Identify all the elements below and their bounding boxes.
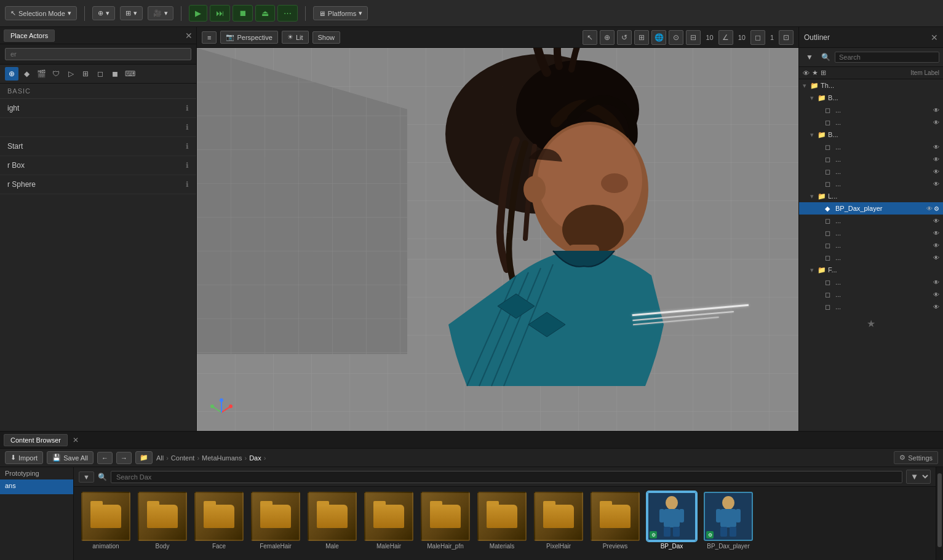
asset-body[interactable]: Body [135,492,189,550]
asset-bp-dax[interactable]: ⚙ BP_Dax [645,492,699,550]
eject-button[interactable]: ⏏ [255,5,275,22]
perspective-button[interactable]: 📷 Perspective [220,31,277,44]
save-all-button[interactable]: 💾 Save All [47,451,94,464]
lit-button[interactable]: ☀ Lit [282,31,309,44]
visibility-icon[interactable]: 👁 [933,218,939,224]
nav-forward-button[interactable]: → [116,452,132,464]
visibility-icon[interactable]: 👁 [933,242,939,249]
select-tool-btn[interactable]: ↖ [583,30,597,45]
content-search-input[interactable] [111,471,902,483]
selected-tree-item[interactable]: ◆ BP_Dax_player 👁 ⚙ [799,202,943,215]
asset-face[interactable]: Face [192,492,246,550]
settings-button[interactable]: ⚙ Settings [894,451,938,464]
visibility-icon[interactable]: 👁 [933,168,939,175]
blueprints-category-icon[interactable]: ◼ [108,67,122,81]
list-item[interactable]: Start ℹ [0,137,196,156]
tree-item[interactable]: ▾ 📁 B... [799,92,943,104]
tree-item[interactable]: ◻ ... 👁 [799,153,943,165]
outliner-close-button[interactable]: ✕ [931,33,938,42]
breadcrumb-dax[interactable]: Dax [249,454,261,462]
info-icon[interactable]: ℹ [186,161,189,170]
bottom-panel-close-button[interactable]: ✕ [73,436,79,444]
scale-snap-btn[interactable]: ◻ [750,30,765,45]
visibility-icon[interactable]: 👁 [933,304,939,310]
volumes-category-icon[interactable]: ⊞ [79,67,92,81]
visibility-icon[interactable]: 👁 [933,107,939,114]
visibility-icon[interactable]: 👁 [933,230,939,237]
tree-item[interactable]: ▾ 📁 B... [799,128,943,141]
tree-item[interactable]: ◻ ... 👁 [799,141,943,153]
asset-bp-dax-player[interactable]: ⚙ BP_Dax_player [701,492,755,550]
maximize-btn[interactable]: ⊡ [779,30,794,45]
angle-btn[interactable]: ∠ [718,30,733,45]
type-filter-icon[interactable]: ⊞ [821,69,826,77]
play-button[interactable]: ▶ [189,5,207,22]
asset-animation[interactable]: animation [79,492,133,550]
visibility-icon[interactable]: 👁 [933,254,939,261]
left-tree-item[interactable]: Prototyping [0,467,73,479]
list-item[interactable]: ight ℹ [0,99,196,118]
show-button[interactable]: Show [312,31,341,44]
breadcrumb-content[interactable]: Content [171,454,195,462]
tree-item[interactable]: ◻ ... 👁 [799,178,943,190]
info-icon[interactable]: ℹ [186,180,189,189]
info-icon[interactable]: ℹ [186,104,189,112]
breadcrumb-metahumans[interactable]: MetaHumans [202,454,242,462]
outliner-search-input[interactable] [835,52,939,63]
star-filter-icon[interactable]: ★ [812,69,818,77]
tree-item[interactable]: ◻ ... 👁 [799,301,943,313]
asset-femalehair[interactable]: FemaleHair [249,492,303,550]
list-item[interactable]: ℹ [0,118,196,137]
cinematic-category-icon[interactable]: 🛡 [49,67,63,81]
eye-filter-icon[interactable]: 👁 [803,69,810,77]
asset-previews[interactable]: Previews [588,492,642,550]
visibility-icon[interactable]: 👁 [933,144,939,151]
asset-malehair-pfn[interactable]: MaleHair_pfn [418,492,472,550]
rotate-tool-btn[interactable]: ↺ [617,30,632,45]
geometry-category-icon[interactable]: ◆ [20,67,33,81]
breadcrumb-all[interactable]: All [156,454,164,462]
tree-item[interactable]: ◻ ... 👁 [799,251,943,264]
content-scrollbar[interactable] [936,467,943,560]
tree-item[interactable]: ◻ ... 👁 [799,288,943,301]
visibility-icon[interactable]: 👁 [933,279,939,286]
world-icon-btn[interactable]: 🌐 [651,30,666,45]
asset-male[interactable]: Male [305,492,359,550]
stop-button[interactable]: ⏹ [233,5,253,22]
visibility-icon[interactable]: 👁 [933,156,939,163]
viewport-menu-button[interactable]: ≡ [202,31,217,44]
surface-snap-btn[interactable]: ⊙ [669,30,683,45]
play-advance-button[interactable]: ⏭ [210,5,230,22]
tree-item[interactable]: ▾ 📁 F... [799,264,943,276]
info-icon[interactable]: ℹ [186,123,189,132]
tree-item[interactable]: ◻ ... 👁 [799,276,943,288]
outliner-filter-btn[interactable]: ▼ [803,50,816,64]
tree-item[interactable]: ▾ 📁 L... [799,190,943,202]
visibility-icon[interactable]: 👁 [926,205,933,212]
import-button[interactable]: ⬇ Import [5,451,43,464]
actor-search-input[interactable] [5,48,191,60]
filter-options-button[interactable]: ▼ [79,471,94,483]
custom-category-icon[interactable]: ⌨ [123,67,137,81]
tree-item[interactable]: ◻ ... 👁 [799,104,943,116]
move-tool-button[interactable]: ⊕ ▾ [92,6,115,20]
translate-tool-btn[interactable]: ⊕ [600,30,615,45]
asset-materials[interactable]: Materials [475,492,529,550]
nav-back-button[interactable]: ← [97,452,113,464]
viewport-canvas[interactable] [197,48,798,431]
panel-close-button[interactable]: ✕ [185,31,193,41]
asset-malehair[interactable]: MaleHair [362,492,416,550]
list-item[interactable]: r Sphere ℹ [0,175,196,194]
scrollbar-thumb[interactable] [937,473,942,547]
visual-category-icon[interactable]: ▷ [64,67,78,81]
place-actors-tab[interactable]: Place Actors [4,30,55,42]
left-tree-item-selected[interactable]: ans [0,479,73,492]
play-options-button[interactable]: ⋯ [277,5,298,22]
tree-item[interactable]: ◻ ... 👁 [799,165,943,178]
content-browser-tab[interactable]: Content Browser [4,434,68,446]
snap-tool-button[interactable]: ⊞ ▾ [120,6,143,20]
tree-item[interactable]: ◻ ... 👁 [799,239,943,251]
asset-pixelhair[interactable]: PixelHair [531,492,586,550]
visibility-icon[interactable]: 👁 [933,291,939,298]
info-icon[interactable]: ℹ [186,142,189,151]
